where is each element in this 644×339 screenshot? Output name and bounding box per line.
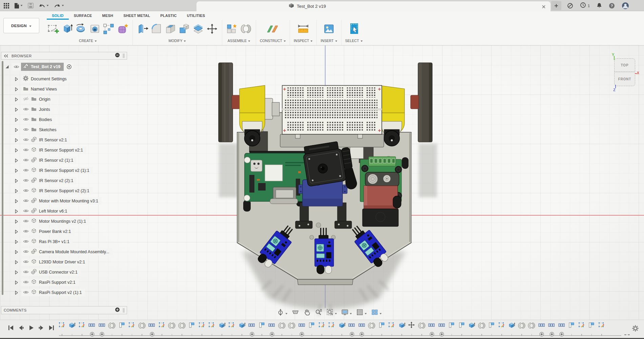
timeline-item-component-group[interactable] — [247, 321, 257, 336]
offset-face-icon[interactable] — [192, 23, 204, 36]
timeline-item-joint[interactable] — [527, 321, 537, 336]
hole-icon[interactable] — [89, 23, 101, 36]
expand-group-icon[interactable] — [299, 332, 304, 338]
timeline-item-extrude[interactable] — [217, 321, 227, 336]
browser-row-test-bot-2-v19[interactable]: Test_Bot 2 v19 — [1, 62, 127, 72]
timeline-item-sketch[interactable] — [387, 321, 397, 336]
browser-row-raspi-support-v2-1[interactable]: RasPi Support v2:1 — [1, 277, 127, 287]
timeline-item-component-group[interactable] — [87, 321, 97, 336]
timeline-item-joint[interactable] — [137, 321, 147, 336]
timeline-item-construction-plane[interactable] — [457, 321, 467, 336]
expand-group-icon[interactable] — [150, 332, 154, 338]
help-icon[interactable]: ? — [608, 2, 616, 9]
group-label-assemble[interactable]: ASSEMBLE — [228, 39, 251, 43]
timeline-item-sketch[interactable] — [327, 321, 337, 336]
browser-row-ir-sensor-v2-1[interactable]: IR Sensor v2:1 — [1, 135, 127, 145]
measure-icon[interactable] — [297, 23, 309, 36]
timeline-item-extrude[interactable] — [397, 321, 407, 336]
expand-group-icon[interactable] — [439, 332, 444, 338]
viewport-canvas[interactable]: TOP FRONT Y X Z BROWSER Test_Bot 2 v19Do… — [0, 45, 644, 320]
collapse-panel-icon[interactable] — [4, 53, 8, 59]
zoom-button[interactable] — [313, 308, 324, 317]
tab-utilities[interactable]: UTILITIES — [182, 12, 210, 20]
browser-row-l293d-motor-driver-v2-1[interactable]: L293D Motor Driver v2:1 — [1, 257, 127, 267]
move-copy-icon[interactable] — [206, 23, 218, 36]
timeline-item-joint[interactable] — [167, 321, 177, 336]
browser-row-motor-with-motor-mounting-v3-1[interactable]: Motor with Motor Mounting v3:1 — [1, 196, 127, 206]
insert-canvas-icon[interactable] — [323, 23, 335, 36]
save-button[interactable] — [27, 2, 35, 9]
comments-resize-handle[interactable] — [123, 308, 124, 313]
visibility-eye-icon[interactable] — [23, 157, 29, 163]
browser-row-usb-connector-v2-1[interactable]: USB Connector v2:1 — [1, 267, 127, 277]
browser-row-ir-sensor-support-v2-1[interactable]: IR Sensor Support v2:1 — [1, 145, 127, 155]
visibility-eye-icon[interactable] — [23, 269, 29, 275]
timeline-item-construction-plane[interactable] — [587, 321, 597, 336]
browser-row-sketches[interactable]: Sketches — [1, 125, 127, 135]
browser-row-camera-module-mounted-assembly[interactable]: Camera Module Mounted Assembly... — [1, 247, 127, 257]
browser-row-left-motor-v6-1[interactable]: Left Motor v6:1 — [1, 206, 127, 216]
joint-icon[interactable] — [240, 23, 252, 36]
tab-surface[interactable]: SURFACE — [69, 12, 97, 20]
timeline-item-sketch[interactable] — [227, 321, 237, 336]
visibility-eye-icon[interactable] — [23, 249, 29, 255]
left-axle[interactable] — [232, 95, 240, 109]
tab-mesh[interactable]: MESH — [97, 12, 119, 20]
timeline-item-component-group[interactable] — [147, 321, 157, 336]
shell-icon[interactable] — [164, 23, 176, 36]
minimize-browser-icon[interactable] — [115, 53, 120, 59]
expand-group-icon[interactable] — [559, 332, 564, 338]
viewcube-front-face[interactable]: FRONT — [615, 73, 635, 85]
expand-arrow-icon[interactable] — [15, 250, 19, 254]
expand-arrow-icon[interactable] — [15, 189, 19, 193]
construction-plane-icon[interactable] — [267, 23, 279, 36]
timeline-item-sketch[interactable] — [197, 321, 207, 336]
timeline-item-component-group[interactable] — [357, 321, 367, 336]
timeline-item-sketch[interactable] — [157, 321, 167, 336]
visibility-eye-icon[interactable] — [23, 127, 29, 133]
tab-plastic[interactable]: PLASTIC — [155, 12, 182, 20]
step-forward-button[interactable] — [38, 324, 45, 333]
new-tab-button[interactable] — [551, 1, 561, 10]
browser-header[interactable]: BROWSER — [1, 52, 127, 60]
expand-arrow-icon[interactable] — [15, 270, 19, 275]
caret-down-icon[interactable] — [379, 310, 382, 316]
right-axle[interactable] — [411, 95, 419, 109]
expand-arrow-icon[interactable] — [15, 128, 19, 132]
look-at-button[interactable] — [290, 308, 301, 317]
create-sketch-icon[interactable] — [47, 23, 59, 36]
timeline-item-component-group[interactable] — [267, 321, 277, 336]
expand-group-icon[interactable] — [359, 332, 364, 338]
browser-row-ir-sensor-v2-2-1[interactable]: IR Sensor v2 (2):1 — [1, 176, 127, 186]
expand-arrow-icon[interactable] — [15, 209, 19, 214]
display-settings-button[interactable] — [339, 308, 354, 317]
group-label-insert[interactable]: INSERT — [320, 39, 337, 43]
expand-arrow-icon[interactable] — [15, 199, 19, 203]
expand-arrow-icon[interactable] — [15, 118, 19, 122]
expand-arrow-icon[interactable] — [15, 291, 19, 295]
timeline-item-construction-plane[interactable] — [257, 321, 267, 336]
play-button[interactable] — [28, 324, 35, 333]
caret-down-icon[interactable] — [285, 310, 288, 316]
expand-arrow-icon[interactable] — [15, 148, 19, 153]
browser-scrollbar[interactable] — [2, 61, 3, 295]
expand-arrow-icon[interactable] — [5, 65, 9, 69]
timeline-item-joint[interactable] — [477, 321, 487, 336]
step-back-button[interactable] — [18, 324, 24, 333]
browser-row-ras-pi-3b-v1-1[interactable]: Ras Pi 3B+ v1:1 — [1, 237, 127, 247]
timeline-item-construction-plane[interactable] — [377, 321, 387, 336]
browser-row-ir-sensor-support-v2-2-1[interactable]: IR Sensor Support v2 (2):1 — [1, 186, 127, 196]
timeline-item-joint[interactable] — [107, 321, 117, 336]
expand-group-icon[interactable] — [549, 332, 554, 338]
group-label-inspect[interactable]: INSPECT — [294, 39, 313, 43]
timeline-item-component-group[interactable] — [537, 321, 547, 336]
browser-row-raspi-support-v2-1-1[interactable]: RasPi Support v2 (1):1 — [1, 287, 127, 298]
expand-arrow-icon[interactable] — [15, 158, 19, 163]
fillet-icon[interactable] — [150, 23, 163, 36]
expand-arrow-icon[interactable] — [15, 280, 19, 285]
go-to-beginning-button[interactable] — [7, 324, 14, 333]
group-label-create[interactable]: CREATE — [79, 39, 97, 43]
timeline-item-component-group[interactable] — [97, 321, 107, 336]
press-pull-icon[interactable] — [137, 23, 149, 36]
expand-arrow-icon[interactable] — [15, 219, 19, 224]
